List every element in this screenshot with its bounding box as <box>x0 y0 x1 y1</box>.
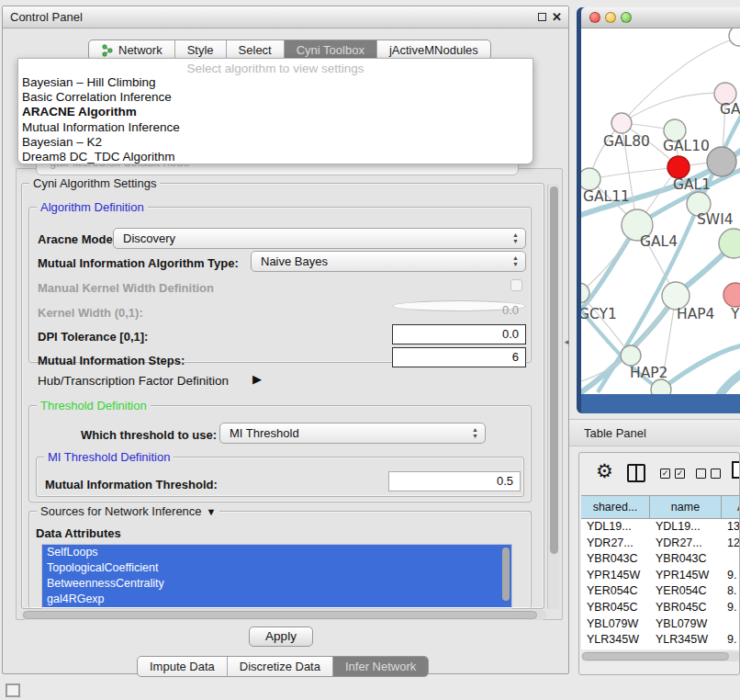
gear-icon[interactable]: ⚙ <box>596 460 613 482</box>
settings-vertical-scrollbar[interactable] <box>547 184 559 609</box>
table-row[interactable]: YBR043C YBR043C <box>581 551 740 568</box>
tab-jactivemnodules[interactable]: jActiveMNodules <box>377 40 490 60</box>
tab-style-label: Style <box>187 43 214 57</box>
network-view-window: GAL GAL80 GAL10 GAL1 GAL11 SWI4 GAL4 GCY… <box>577 7 740 413</box>
node-unlabeled-bottom[interactable] <box>651 379 671 394</box>
dropdown-item-aracne[interactable]: ARACNE Algorithm <box>18 105 533 119</box>
settings-vertical-scrollbar-thumb[interactable] <box>550 186 558 554</box>
select-all-checkbox-icon[interactable]: ✓ <box>660 469 670 479</box>
table-header-row: shared... name A <box>581 495 740 519</box>
table-row[interactable]: YDR27... YDR27... 12 <box>581 536 740 552</box>
node-gal80[interactable] <box>611 113 632 133</box>
hub-section-label[interactable]: Hub/Transcription Factor Definition <box>38 374 229 388</box>
zoom-traffic-light-icon[interactable] <box>621 12 632 23</box>
cell-name: YBR045C <box>650 600 722 616</box>
tab-select-label: Select <box>239 43 272 57</box>
tab-cyni-toolbox[interactable]: Cyni Toolbox <box>285 40 377 60</box>
table-row[interactable]: YPR145W YPR145W 9. <box>581 568 740 584</box>
table-panel-header[interactable]: Table Panel <box>569 419 740 446</box>
table-row[interactable]: YDL19... YDL19... 13 <box>581 519 740 536</box>
cell-value <box>722 551 740 568</box>
network-canvas[interactable]: GAL GAL80 GAL10 GAL1 GAL11 SWI4 GAL4 GCY… <box>581 28 740 394</box>
tab-infer-network[interactable]: Infer Network <box>333 657 428 676</box>
manual-kernel-checkbox[interactable] <box>510 279 522 291</box>
mi-steps-field[interactable]: 6 <box>392 347 526 367</box>
tab-infer-network-label: Infer Network <box>345 660 416 673</box>
algorithm-definition-title: Algorithm Definition <box>37 200 148 214</box>
tab-discretize-data[interactable]: Discretize Data <box>228 657 333 676</box>
mi-algorithm-type-label: Mutual Information Algorithm Type: <box>38 256 239 270</box>
screen: Control Panel ✕ Network Style Select <box>0 0 740 700</box>
splitter-collapse-arrow[interactable]: ◄ <box>563 338 570 346</box>
sources-collapse-arrow-icon[interactable]: ▼ <box>207 506 217 517</box>
cell-value: 9. <box>722 568 740 584</box>
dropdown-item-basic-correlation[interactable]: Basic Correlation Inference <box>18 90 533 105</box>
tab-select[interactable]: Select <box>227 40 285 60</box>
table-horizontal-scrollbar-thumb[interactable] <box>582 652 729 660</box>
minimized-panel-icon[interactable] <box>6 683 20 697</box>
dropdown-item-mutual-information[interactable]: Mutual Information Inference <box>18 120 533 135</box>
data-attributes-label: Data Attributes <box>36 526 121 540</box>
mi-algorithm-type-combo[interactable]: Naive Bayes ▲▼ <box>251 251 526 272</box>
mi-threshold-label: Mutual Information Threshold: <box>45 478 218 491</box>
table-row[interactable]: YBL079W YBL079W <box>581 616 740 633</box>
tab-impute-data-label: Impute Data <box>150 660 215 673</box>
node-gal11[interactable] <box>581 168 600 190</box>
column-header-shared-name[interactable]: shared... <box>581 496 650 518</box>
close-icon[interactable]: ✕ <box>552 10 562 24</box>
node-gal1[interactable] <box>667 156 690 178</box>
which-threshold-combo[interactable]: MI Threshold ▲▼ <box>219 423 486 444</box>
table-row[interactable]: YIL052C YIL052C 9. <box>581 649 740 649</box>
network-window-titlebar[interactable] <box>581 7 740 28</box>
manual-kernel-label: Manual Kernel Width Definition <box>38 281 214 295</box>
deselect-all-checkbox-icon[interactable] <box>696 469 706 479</box>
algorithm-dropdown-list: Select algorithm to view settings Bayesi… <box>17 58 533 164</box>
cell-value: 9. <box>722 600 740 616</box>
apply-button[interactable]: Apply <box>249 627 313 647</box>
mi-threshold-field[interactable]: 0.5 <box>388 471 521 491</box>
node-label-gal80: GAL80 <box>603 133 650 150</box>
network-icon <box>101 44 114 57</box>
node-label-gal11: GAL11 <box>583 188 630 205</box>
table-row[interactable]: YBR045C YBR045C 9. <box>581 600 740 616</box>
node-gray[interactable] <box>707 147 736 176</box>
float-panel-icon[interactable] <box>538 13 546 21</box>
table-row[interactable]: YLR345W YLR345W 9. <box>581 632 740 649</box>
mi-steps-label: Mutual Information Steps: <box>38 354 185 367</box>
kernel-width-field[interactable]: 0.0 <box>392 300 526 311</box>
dropdown-item-bayesian-hill[interactable]: Bayesian – Hill Climbing <box>18 75 533 90</box>
aracne-mode-combo[interactable]: Discovery ▲▼ <box>113 228 526 249</box>
node-hap2[interactable] <box>621 345 641 366</box>
table-horizontal-scrollbar[interactable] <box>581 651 740 661</box>
sources-title: Sources for Network Inference <box>40 504 202 518</box>
hub-expand-arrow-icon[interactable]: ▶ <box>252 372 262 386</box>
cell-shared-name: YIL052C <box>581 649 650 649</box>
node-unlabeled-top[interactable] <box>729 28 740 46</box>
settings-horizontal-scrollbar-thumb[interactable] <box>23 611 537 619</box>
column-header-name[interactable]: name <box>650 496 722 518</box>
attr-item-topologicalcoefficient[interactable]: TopologicalCoefficient <box>42 560 511 576</box>
control-panel-titlebar[interactable]: Control Panel ✕ <box>3 6 568 28</box>
attr-item-gal4rgexp[interactable]: gal4RGexp <box>42 592 511 607</box>
data-attributes-list[interactable]: SelfLoops TopologicalCoefficient Between… <box>41 544 512 609</box>
attr-item-betweennesscentrality[interactable]: BetweennessCentrality <box>42 576 511 592</box>
table-row[interactable]: YER054C YER054C 8. <box>581 583 740 600</box>
tab-impute-data[interactable]: Impute Data <box>138 657 228 676</box>
columns-icon[interactable] <box>627 464 645 482</box>
node-y-partial[interactable] <box>723 283 740 307</box>
select-all-checkbox-icon[interactable]: ✓ <box>675 469 685 479</box>
settings-horizontal-scrollbar[interactable] <box>21 610 546 620</box>
minimize-traffic-light-icon[interactable] <box>605 12 616 23</box>
close-traffic-light-icon[interactable] <box>589 12 600 23</box>
attr-item-selfloops[interactable]: SelfLoops <box>42 545 511 560</box>
dpi-tolerance-field[interactable]: 0.0 <box>392 324 526 344</box>
dropdown-item-bayesian-k2[interactable]: Bayesian – K2 <box>18 135 533 150</box>
attr-list-scrollbar-thumb[interactable] <box>502 548 510 601</box>
dropdown-item-dream8[interactable]: Dream8 DC_TDC Algorithm <box>18 150 533 164</box>
export-table-icon[interactable] <box>732 461 740 479</box>
column-header-partial[interactable]: A <box>722 496 740 518</box>
tab-network[interactable]: Network <box>89 40 175 60</box>
deselect-all-checkbox-icon[interactable] <box>711 469 721 479</box>
tab-style[interactable]: Style <box>175 40 227 60</box>
cell-value: 13 <box>722 519 740 536</box>
